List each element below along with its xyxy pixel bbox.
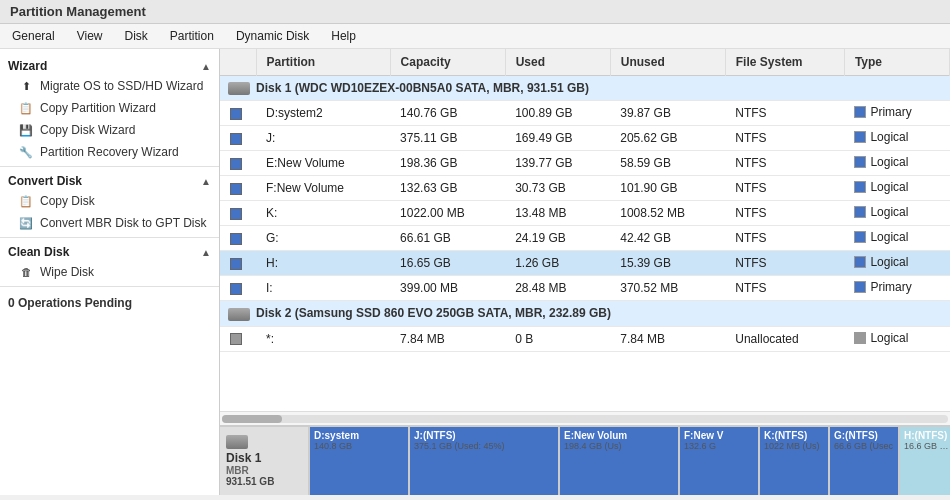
wipe-disk-icon: 🗑	[18, 264, 34, 280]
row-icon-5	[220, 226, 256, 251]
menu-item-partition[interactable]: Partition	[166, 27, 218, 45]
row-partition-7: I:	[256, 276, 390, 301]
sidebar-item-partition-recovery[interactable]: 🔧 Partition Recovery Wizard	[0, 141, 219, 163]
scroll-thumb[interactable]	[222, 415, 282, 423]
disk-visual-name: Disk 1	[226, 451, 302, 465]
row-used-4: 13.48 MB	[505, 201, 610, 226]
row-d2-type-0: Logical	[844, 326, 949, 351]
menu-item-view[interactable]: View	[73, 27, 107, 45]
content-area: Partition Capacity Used Unused File Syst…	[220, 49, 950, 495]
partition-table: Partition Capacity Used Unused File Syst…	[220, 49, 950, 352]
divider-3	[0, 286, 219, 287]
disk-icon-sm	[226, 435, 248, 449]
col-capacity[interactable]: Capacity	[390, 49, 505, 76]
partition-block-6[interactable]: H:(NTFS)16.6 GB (Usec	[900, 427, 950, 495]
row-fs-4: NTFS	[725, 201, 844, 226]
menu-item-dynamic-disk[interactable]: Dynamic Disk	[232, 27, 313, 45]
disk-visual-size: 931.51 GB	[226, 476, 302, 487]
table-row[interactable]: G: 66.61 GB 24.19 GB 42.42 GB NTFS Logic…	[220, 226, 950, 251]
row-used-2: 139.77 GB	[505, 151, 610, 176]
scroll-track[interactable]	[222, 415, 948, 423]
partition-block-0[interactable]: D:system140.8 GB	[310, 427, 410, 495]
col-filesystem[interactable]: File System	[725, 49, 844, 76]
partition-block-5[interactable]: G:(NTFS)66.6 GB (Usec	[830, 427, 900, 495]
table-row[interactable]: D:system2 140.76 GB 100.89 GB 39.87 GB N…	[220, 101, 950, 126]
partition-block-3[interactable]: F:New V132.6 G	[680, 427, 760, 495]
wizard-chevron: ▲	[201, 61, 211, 72]
disk-visual: Disk 1 MBR 931.51 GB D:system140.8 GBJ:(…	[220, 425, 950, 495]
row-d2-fs-0: Unallocated	[725, 326, 844, 351]
operations-pending: 0 Operations Pending	[0, 290, 219, 316]
menu-item-general[interactable]: General	[8, 27, 59, 45]
partition-blocks: D:system140.8 GBJ:(NTFS)375.1 GB (Used: …	[310, 427, 950, 495]
partition-block-1[interactable]: J:(NTFS)375.1 GB (Used: 45%)	[410, 427, 560, 495]
pb-label-5: G:(NTFS)	[834, 430, 894, 441]
sidebar-item-convert-mbr[interactable]: 🔄 Convert MBR Disk to GPT Disk	[0, 212, 219, 234]
sidebar-item-copy-disk2[interactable]: 📋 Copy Disk	[0, 190, 219, 212]
clean-disk-label: Clean Disk	[8, 245, 69, 259]
col-unused[interactable]: Unused	[610, 49, 725, 76]
sidebar-item-copy-partition[interactable]: 📋 Copy Partition Wizard	[0, 97, 219, 119]
table-row[interactable]: K: 1022.00 MB 13.48 MB 1008.52 MB NTFS L…	[220, 201, 950, 226]
table-row[interactable]: J: 375.11 GB 169.49 GB 205.62 GB NTFS Lo…	[220, 126, 950, 151]
table-row[interactable]: F:New Volume 132.63 GB 30.73 GB 101.90 G…	[220, 176, 950, 201]
pb-sub-1: 375.1 GB (Used: 45%)	[414, 441, 554, 451]
col-type[interactable]: Type	[844, 49, 949, 76]
pb-label-3: F:New V	[684, 430, 754, 441]
wizard-label: Wizard	[8, 59, 47, 73]
row-icon-6	[220, 251, 256, 276]
pb-sub-4: 1022 MB (Us)	[764, 441, 824, 451]
table-row-d2[interactable]: *: 7.84 MB 0 B 7.84 MB Unallocated Logic…	[220, 326, 950, 351]
disk2-header-row: Disk 2 (Samsung SSD 860 EVO 250GB SATA, …	[220, 301, 950, 326]
copy-disk-icon: 💾	[18, 122, 34, 138]
divider-1	[0, 166, 219, 167]
table-row[interactable]: E:New Volume 198.36 GB 139.77 GB 58.59 G…	[220, 151, 950, 176]
menu-item-help[interactable]: Help	[327, 27, 360, 45]
partition-block-2[interactable]: E:New Volum198.4 GB (Us)	[560, 427, 680, 495]
row-fs-7: NTFS	[725, 276, 844, 301]
row-type-3: Logical	[844, 176, 949, 201]
row-d2-partition-0: *:	[256, 326, 390, 351]
row-icon-0	[220, 101, 256, 126]
pb-sub-0: 140.8 GB	[314, 441, 404, 451]
col-used[interactable]: Used	[505, 49, 610, 76]
partition-table-container[interactable]: Partition Capacity Used Unused File Syst…	[220, 49, 950, 411]
row-used-7: 28.48 MB	[505, 276, 610, 301]
disk1-header: Disk 1 (WDC WD10EZEX-00BN5A0 SATA, MBR, …	[220, 76, 950, 101]
row-type-1: Logical	[844, 126, 949, 151]
row-unused-3: 101.90 GB	[610, 176, 725, 201]
row-used-6: 1.26 GB	[505, 251, 610, 276]
row-partition-4: K:	[256, 201, 390, 226]
app-title: Partition Management	[10, 4, 146, 19]
menu-item-disk[interactable]: Disk	[121, 27, 152, 45]
partition-block-4[interactable]: K:(NTFS)1022 MB (Us)	[760, 427, 830, 495]
wizard-section-header[interactable]: Wizard ▲	[0, 55, 219, 75]
disk1-header-row: Disk 1 (WDC WD10EZEX-00BN5A0 SATA, MBR, …	[220, 76, 950, 101]
row-capacity-5: 66.61 GB	[390, 226, 505, 251]
sidebar-item-migrate[interactable]: ⬆ Migrate OS to SSD/HD Wizard	[0, 75, 219, 97]
row-fs-0: NTFS	[725, 101, 844, 126]
sidebar-item-wipe-disk[interactable]: 🗑 Wipe Disk	[0, 261, 219, 283]
disk-visual-row: Disk 1 MBR 931.51 GB D:system140.8 GBJ:(…	[220, 427, 950, 495]
clean-disk-section-header[interactable]: Clean Disk ▲	[0, 241, 219, 261]
table-row[interactable]: H: 16.65 GB 1.26 GB 15.39 GB NTFS Logica…	[220, 251, 950, 276]
pb-label-6: H:(NTFS)	[904, 430, 949, 441]
menu-bar: GeneralViewDiskPartitionDynamic DiskHelp	[0, 24, 950, 49]
convert-disk-section-header[interactable]: Convert Disk ▲	[0, 170, 219, 190]
row-capacity-2: 198.36 GB	[390, 151, 505, 176]
partition-recovery-icon: 🔧	[18, 144, 34, 160]
sidebar: Wizard ▲ ⬆ Migrate OS to SSD/HD Wizard 📋…	[0, 49, 220, 495]
col-partition[interactable]: Partition	[256, 49, 390, 76]
table-row[interactable]: I: 399.00 MB 28.48 MB 370.52 MB NTFS Pri…	[220, 276, 950, 301]
sidebar-item-copy-disk[interactable]: 💾 Copy Disk Wizard	[0, 119, 219, 141]
row-fs-2: NTFS	[725, 151, 844, 176]
row-fs-5: NTFS	[725, 226, 844, 251]
horizontal-scrollbar[interactable]	[220, 411, 950, 425]
row-type-6: Logical	[844, 251, 949, 276]
row-unused-5: 42.42 GB	[610, 226, 725, 251]
row-type-4: Logical	[844, 201, 949, 226]
row-d2-used-0: 0 B	[505, 326, 610, 351]
row-icon-1	[220, 126, 256, 151]
copy-disk2-label: Copy Disk	[40, 194, 95, 208]
row-used-5: 24.19 GB	[505, 226, 610, 251]
